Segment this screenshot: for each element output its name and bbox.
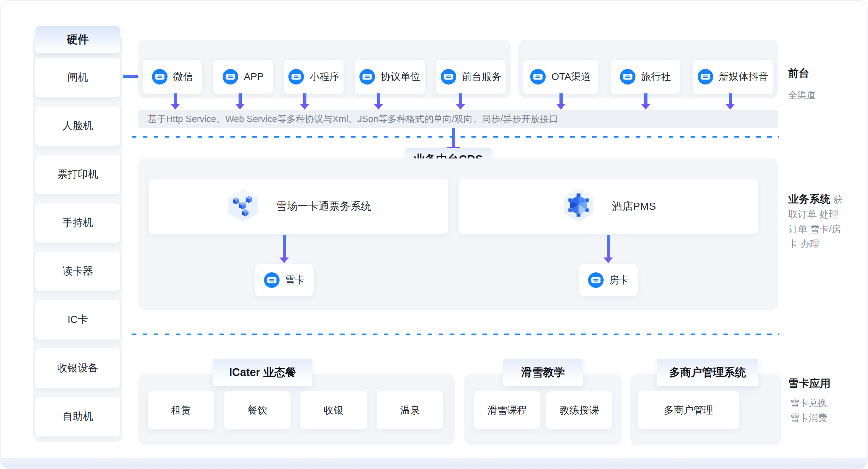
- card-ticket-icon: [359, 69, 375, 85]
- hardware-item-gate-machine: 闸机: [35, 58, 120, 97]
- architecture-diagram: 硬件 闸机 人脸机 票打印机 手持机 读卡器 IC卡 收银设备 自助机 微信 A…: [0, 0, 868, 469]
- business-system-title: 业务系统: [788, 193, 831, 205]
- arrow-douyin-to-gateway: [726, 93, 735, 110]
- hardware-item-cashier-device: 收银设备: [35, 348, 120, 388]
- multi-merchant-item: 多商户管理: [638, 391, 739, 429]
- bottom-accent-band: [1, 458, 867, 468]
- channel-mini-program: 小程序: [284, 60, 344, 94]
- arrow-pms-to-roomcard: [604, 235, 613, 263]
- system-hotel-pms: 酒店PMS: [459, 179, 758, 234]
- dotted-separator-bottom: [132, 334, 779, 335]
- gateway-text: 基于Http Service、Web Service等多种协议与Xml、JSon…: [148, 113, 558, 125]
- arrow-app-to-gateway: [235, 93, 245, 110]
- business-system-label: 业务系统 获取订单 处理订单 雪卡/房卡 办理: [788, 192, 845, 251]
- arrow-frontdesk-to-gateway: [456, 93, 465, 110]
- channel-front-desk-service: 前台服务: [436, 60, 506, 94]
- icater-item-dining: 餐饮: [224, 391, 291, 429]
- all-channels-label: 全渠道: [788, 89, 816, 102]
- front-office-label: 前台: [788, 66, 809, 81]
- icater-section-title: ICater 业态餐: [213, 359, 312, 386]
- ski-item-coaching: 教练授课: [546, 391, 612, 429]
- card-ticket-icon: [530, 69, 546, 85]
- card-ticket-icon: [264, 272, 280, 288]
- hardware-item-self-service: 自助机: [35, 397, 120, 436]
- hardware-item-ic-card: IC卡: [35, 300, 120, 340]
- card-ticket-icon: [441, 69, 456, 85]
- arrow-wechat-to-gateway: [171, 93, 180, 110]
- arrow-ticketing-to-snowcard: [280, 235, 289, 263]
- hardware-item-card-reader: 读卡器: [35, 251, 120, 291]
- arrow-agreement-to-gateway: [374, 93, 383, 110]
- hardware-list: 闸机 人脸机 票打印机 手持机 读卡器 IC卡 收银设备 自助机: [35, 58, 120, 436]
- dotted-separator-top: [132, 136, 779, 138]
- card-ticket-icon: [152, 69, 168, 85]
- snow-card-consume-label: 雪卡消费: [790, 412, 827, 424]
- ski-item-courses: 滑雪课程: [474, 391, 540, 429]
- card-ticket-icon: [288, 69, 304, 85]
- card-ticket-icon: [698, 69, 713, 85]
- multi-merchant-section-title: 多商户管理系统: [657, 359, 758, 386]
- channel-wechat: 微信: [143, 60, 202, 94]
- hardware-item-face-machine: 人脸机: [35, 106, 120, 146]
- channel-ota: OTA渠道: [523, 60, 598, 94]
- icater-item-cashier: 收银: [300, 391, 367, 429]
- arrow-miniprogram-to-gateway: [300, 93, 309, 110]
- icater-item-rental: 租赁: [148, 391, 214, 429]
- hardware-panel-title: 硬件: [35, 26, 120, 53]
- channel-app: APP: [213, 60, 273, 94]
- output-room-card: 房卡: [579, 264, 638, 296]
- hardware-item-ticket-printer: 票打印机: [35, 155, 120, 194]
- card-ticket-icon: [223, 69, 238, 85]
- hardware-item-handheld: 手持机: [35, 203, 120, 243]
- icater-item-hotspring: 温泉: [377, 391, 443, 429]
- cube-cluster-icon: [225, 187, 261, 223]
- snow-card-app-label: 雪卡应用: [788, 376, 831, 391]
- channel-group-direct: 微信 APP 小程序 协议单位 前台服务: [138, 40, 511, 98]
- card-ticket-icon: [620, 69, 635, 85]
- system-ticketing: 雪场一卡通票务系统: [149, 179, 448, 234]
- ski-teaching-section-title: 滑雪教学: [503, 359, 583, 386]
- channel-travel-agency: 旅行社: [611, 60, 680, 94]
- channel-agreement-unit: 协议单位: [355, 60, 425, 94]
- hexagon-gem-icon: [561, 187, 596, 223]
- snow-card-redeem-label: 雪卡兑换: [790, 397, 827, 409]
- card-ticket-icon: [588, 272, 604, 288]
- channel-group-ota: OTA渠道 旅行社 新媒体抖音: [518, 40, 778, 98]
- open-api-gateway-bar: 基于Http Service、Web Service等多种协议与Xml、JSon…: [138, 110, 778, 128]
- output-snow-card: 雪卡: [255, 264, 313, 296]
- channel-new-media-douyin: 新媒体抖音: [693, 60, 773, 94]
- arrow-ota-to-gateway: [556, 93, 565, 110]
- arrow-travel-to-gateway: [641, 93, 650, 110]
